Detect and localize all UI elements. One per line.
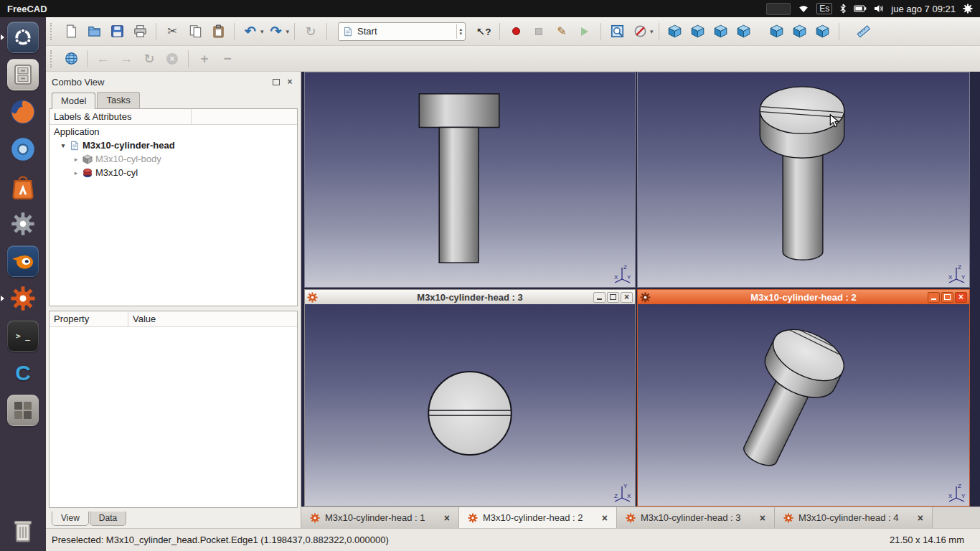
clear-selection-button[interactable] [629,22,651,42]
tab-data[interactable]: Data [90,512,126,526]
view-left-button[interactable] [812,22,834,42]
viewport-isometric[interactable]: Z Y X [637,72,970,288]
viewport-isometric-2[interactable]: Z Y X [638,304,969,506]
rear-cube-icon [770,24,783,38]
tab-view[interactable]: View [52,512,89,526]
cut-button[interactable] [161,22,183,42]
child-window-titlebar-active[interactable]: M3x10-cylinder-head : 2 [638,290,969,304]
workbench-spinner[interactable] [456,24,463,39]
mdi-tab-3[interactable]: M3x10-cylinder-head : 3 [617,507,775,528]
launcher-item-files[interactable] [0,56,46,93]
forward-button[interactable] [116,49,137,69]
panel-title: Combo View [52,77,104,88]
cut-icon [167,25,177,37]
bluetooth-icon[interactable] [839,4,847,14]
launcher-item-workspace-switcher[interactable] [0,392,46,429]
minimize-button[interactable] [928,292,940,303]
launcher-item-trash[interactable] [0,512,46,550]
tray-window-box[interactable] [766,3,791,15]
paste-button[interactable] [207,22,229,42]
toolbar-drag-handle[interactable] [50,23,56,40]
workbench-selector[interactable]: Start [338,22,466,41]
minimize-button[interactable] [593,292,606,303]
tab-close-icon[interactable] [602,512,608,524]
viewport-front[interactable]: Z Y X [304,72,636,288]
battery-icon[interactable] [854,5,867,12]
print-button[interactable] [129,22,151,42]
launcher-item-system-settings[interactable] [0,205,46,242]
launcher-item-freecad[interactable] [0,280,46,317]
macro-edit-button[interactable] [551,22,573,42]
zoom-in-button[interactable] [194,49,215,69]
toolbar-drag-handle[interactable] [50,50,56,67]
open-file-button[interactable] [83,22,105,42]
tab-tasks[interactable]: Tasks [97,92,139,108]
reload-button[interactable] [138,49,160,69]
view-axonometric-button[interactable] [664,22,686,42]
web-home-button[interactable] [60,49,82,69]
firefox-icon [7,96,39,128]
maximize-button[interactable] [607,292,619,303]
launcher-item-c-application[interactable] [0,354,46,392]
document-label: M3x10-cylinder-head [83,140,175,151]
copy-button[interactable] [184,22,206,42]
maximize-button[interactable] [941,292,953,303]
back-button[interactable] [93,49,114,69]
close-button[interactable] [955,292,967,303]
whats-this-button[interactable] [473,22,494,42]
tab-model[interactable]: Model [52,93,95,109]
collapse-arrow-icon[interactable] [72,156,80,163]
mdi-tab-1[interactable]: M3x10-cylinder-head : 1 [301,507,459,528]
tab-close-icon[interactable] [444,512,450,524]
measure-button[interactable] [853,22,875,42]
session-gear-icon[interactable] [963,4,973,14]
tab-close-icon[interactable] [760,512,765,524]
stop-load-button[interactable] [161,49,183,69]
macro-stop-button[interactable] [528,22,550,42]
redo-dropdown-arrow[interactable]: ▾ [286,28,290,35]
zoom-out-button[interactable] [217,49,238,69]
launcher-item-chromium[interactable] [0,131,46,168]
tree-item-application[interactable]: Application [50,125,297,138]
keyboard-layout-indicator[interactable]: Es [816,3,832,14]
tree-item-body[interactable]: M3x10-cyl-body [50,152,297,166]
collapse-arrow-icon[interactable] [72,169,80,176]
clock[interactable]: jue ago 7 09:21 [891,4,956,14]
tree-item-document[interactable]: M3x10-cylinder-head [50,138,297,152]
macro-play-button[interactable] [574,22,595,42]
box-zoom-button[interactable] [606,22,628,42]
close-button[interactable] [621,292,633,303]
launcher-item-blender[interactable] [0,242,46,280]
undo-dropdown-arrow[interactable]: ▾ [260,28,264,35]
system-settings-icon [7,208,39,240]
mdi-tab-4[interactable]: M3x10-cylinder-head : 4 [775,507,933,528]
wifi-icon[interactable] [798,4,809,13]
selection-dropdown-arrow[interactable]: ▾ [650,28,654,35]
refresh-button[interactable] [300,22,321,42]
viewport-top-view[interactable]: Y X Z [305,304,635,506]
panel-close-button[interactable] [285,77,295,87]
undo-button[interactable] [240,22,261,42]
new-file-button[interactable] [60,22,82,42]
view-top-button[interactable] [710,22,732,42]
view-rear-button[interactable] [766,22,788,42]
volume-icon[interactable] [874,4,884,13]
launcher-item-dash-home[interactable] [0,19,46,56]
mdi-tab-2[interactable]: M3x10-cylinder-head : 2 [459,507,617,528]
redo-button[interactable] [265,22,287,42]
property-list-empty[interactable] [50,327,297,508]
software-center-icon [7,171,39,202]
tree-item-pad[interactable]: M3x10-cyl [50,166,297,179]
panel-float-button[interactable] [271,77,281,87]
launcher-item-firefox[interactable] [0,93,46,131]
view-bottom-button[interactable] [789,22,811,42]
tab-close-icon[interactable] [918,512,923,524]
view-right-button[interactable] [733,22,755,42]
launcher-item-terminal[interactable] [0,317,46,354]
expand-arrow-icon[interactable] [60,142,67,149]
macro-record-button[interactable] [505,22,527,42]
launcher-item-software-center[interactable] [0,168,46,205]
child-window-titlebar[interactable]: M3x10-cylinder-head : 3 [305,290,635,304]
save-button[interactable] [106,22,128,42]
view-front-button[interactable] [687,22,709,42]
